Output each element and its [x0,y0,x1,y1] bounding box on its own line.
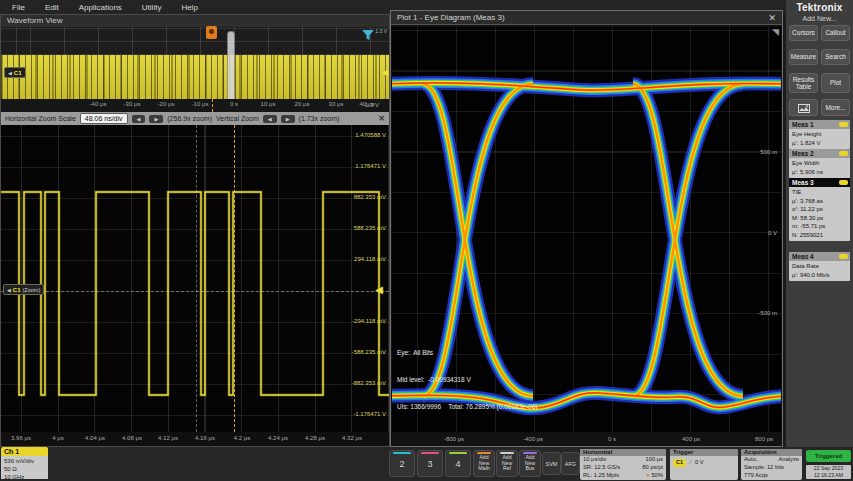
channel4-button[interactable]: 4 [445,450,471,477]
eye-diagram-canvas[interactable]: ◥ 500 m 0 V -500 m Eye: All Bits Mid lev… [392,27,781,432]
overview-graticule[interactable]: 1.3 V [1,27,389,55]
meas3-type: TIE [792,188,847,197]
trigger-position-marker[interactable] [206,26,217,39]
trigger-dash-line [212,99,213,112]
meas3-badge[interactable]: Meas 3 TIE µ': 3.768 as σ': 11.22 ps M: … [789,178,850,241]
waveform-view-title: Waveform View [1,15,389,27]
trigger-level-arrow-icon[interactable]: ◀ [375,285,383,295]
channel3-color-stripe [421,452,439,454]
meas1-type: Eye Height [792,130,847,139]
channel-badge-c1[interactable]: ◀ C1 [4,67,26,78]
close-icon[interactable]: ✕ [768,11,776,25]
trigger-source-pill: C1 [673,459,686,467]
datetime-display: 22 Sep 2023 12:16:23 AM [806,465,851,479]
menu-file[interactable]: File [12,3,25,12]
add-new-bus-button[interactable]: Add New Bus [519,450,541,477]
eye-footer-stats: Eye: All Bits Mid level: -0.00934318 V U… [397,330,537,429]
acq-count: 779 Acqs [744,472,768,480]
measure-button[interactable]: Measure [789,49,818,65]
axis-tick: 4.08 μs [122,435,142,441]
horizontal-panel[interactable]: Horizontal 10 μs/div100 μs SR: 12.5 GS/s… [580,449,666,480]
trigger-panel-title: Trigger [670,449,738,456]
add-new-ref-button[interactable]: Add New Ref [496,450,518,477]
h-resolution: 80 ps/pt [642,464,663,472]
add-new-label: Add New... [786,15,853,22]
h-zoom-decrease-button[interactable]: ◀ [132,115,146,123]
meas4-badge[interactable]: Meas 4 Data Rate µ': 940.0 Mb/s [789,252,850,281]
trigger-level: 0 V [695,459,704,467]
h-zoom-increase-button[interactable]: ▶ [149,115,163,123]
meas3-stddev: σ': 11.22 ps [792,205,847,214]
add-new-math-button[interactable]: Add New Math [473,450,495,477]
time-label: 12:16:23 AM [806,472,851,479]
channel2-button[interactable]: 2 [389,450,415,477]
search-button[interactable]: Search [821,49,850,65]
v-axis-label: 1.470588 V [355,132,386,138]
axis-tick: 4.16 μs [195,435,215,441]
h-zoom-scale-label: Horizontal Zoom Scale [5,115,76,122]
zoom-bar-close-icon[interactable]: ✕ [378,114,385,123]
v-zoom-increase-button[interactable]: ▶ [281,115,295,123]
meas2-type: Eye Width [792,159,847,168]
v-axis-label: -294.118 mV [352,318,386,324]
axis-tick: 4.32 μs [342,435,362,441]
axis-tick: 3.96 μs [11,435,31,441]
axis-tick: 30 μs [329,101,344,107]
triggered-status-button[interactable]: Triggered [806,450,851,462]
meas3-max: M: 58.30 ps [792,214,847,223]
axis-tick: 4.24 μs [268,435,288,441]
v-zoom-decrease-button[interactable]: ◀ [263,115,277,123]
channel1-badge[interactable]: Ch 1 536 mV/div 50 Ω 10 GHz [1,447,48,481]
plot-button[interactable]: Plot [821,73,850,93]
bottom-bar: Ch 1 536 mV/div 50 Ω 10 GHz 2 3 4 Add Ne… [0,447,853,481]
channel1-label: Ch 1 [1,447,48,456]
axis-tick: 4.2 μs [234,435,250,441]
axis-tick: 800 ps [755,436,773,442]
svm-button[interactable]: SVM [542,452,561,475]
overview-waveform-band[interactable]: ◀ C1 ◀ [1,55,389,99]
menu-applications[interactable]: Applications [79,3,122,12]
eye-footer-line3: UIs: 1366/9996 Total: 76.2895% (0.00183e… [397,402,537,411]
menu-edit[interactable]: Edit [45,3,59,12]
meas2-badge[interactable]: Meas 2 Eye Width µ': 5.906 ns [789,149,850,178]
meas3-mean: µ': 3.768 as [792,197,847,206]
channel1-bandwidth: 10 GHz [4,473,48,481]
plot-corner-handle-icon[interactable]: ◥ [772,28,779,37]
axis-tick: 0 s [608,436,616,442]
math-color-stripe [477,452,491,454]
h-zoom-factor: (256.9x zoom) [167,115,212,122]
eye-footer-line1: Eye: All Bits [397,348,537,357]
meas1-badge[interactable]: Meas 1 Eye Height µ': 1.824 V [789,120,850,149]
waveform-view-window: Waveform View 1.3 V ◀ C1 ◀ -40 μs -30 μs… [0,14,390,447]
v-zoom-label: Vertical Zoom [216,115,259,122]
channel-badge-c1-zoom[interactable]: ◀ C1 (Zoom) [3,284,44,295]
channel3-button[interactable]: 3 [417,450,443,477]
zoom-waveform-canvas[interactable]: 1.470588 V 1.176471 V 882.353 mV 588.235… [1,125,389,432]
screen-capture-button[interactable] [789,99,818,116]
acquisition-panel[interactable]: Acquisition Auto,Analyze Sample: 12 bits… [741,449,802,480]
source-tag [839,254,848,259]
h-sample-rate: SR: 12.5 GS/s [583,464,620,472]
afg-button[interactable]: AFG [561,452,580,475]
zoom-overlay-icon[interactable] [361,29,375,41]
meas3-name: Meas 3 [792,179,814,186]
more-button[interactable]: More... [821,99,850,116]
eye-y-label: 0 V [768,230,777,236]
v-axis-label: 1.176471 V [355,163,386,169]
cursors-button[interactable]: Cursors [789,25,818,41]
results-table-button[interactable]: Results Table [789,73,818,93]
eye-diagram-titlebar[interactable]: Plot 1 - Eye Diagram (Meas 3) ✕ [391,11,782,25]
menu-help[interactable]: Help [181,3,197,12]
meas3-population: N: 2559021 [792,231,847,240]
camera-icon [798,103,810,113]
menu-utility[interactable]: Utility [142,3,162,12]
axis-tick: -400 ps [523,436,543,442]
v-axis-label: 294.118 mV [354,256,386,262]
h-zoom-scale-value[interactable]: 48.06 ns/div [80,113,128,124]
left-arrow-icon: ◀ [7,287,11,293]
trigger-panel[interactable]: Trigger C1 ∕ 0 V [670,449,738,480]
meas2-value: µ': 5.906 ns [792,168,847,177]
callout-button[interactable]: Callout [821,25,850,41]
axis-tick: 20 μs [295,101,310,107]
axis-tick: -10 μs [192,101,209,107]
